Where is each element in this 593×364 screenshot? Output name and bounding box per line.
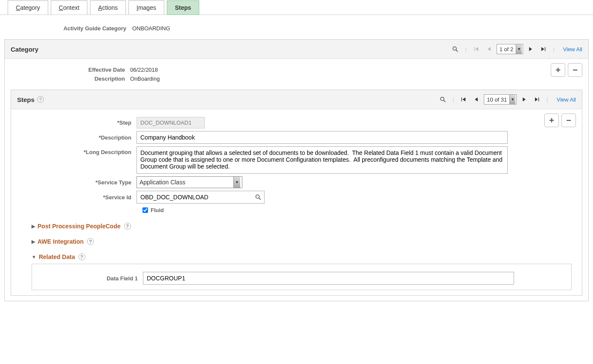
- activity-guide-category-label: Activity Guide Category: [0, 25, 132, 32]
- tab-steps-label: Steps: [175, 4, 191, 11]
- next-icon[interactable]: [525, 44, 536, 54]
- page-header: Activity Guide Category ONBOARDING: [0, 15, 593, 39]
- search-icon[interactable]: [437, 94, 448, 105]
- service-type-value: Application Class: [140, 179, 185, 186]
- svg-marker-13: [523, 97, 526, 101]
- service-id-lookup: [137, 191, 265, 204]
- tab-category[interactable]: Category: [8, 0, 48, 15]
- chevron-down-icon: ▼: [233, 177, 240, 188]
- service-id-label: *Service Id: [17, 194, 137, 201]
- nav-separator: |: [450, 96, 456, 103]
- svg-rect-15: [538, 97, 539, 101]
- svg-rect-7: [545, 47, 545, 51]
- help-icon[interactable]: ?: [124, 223, 131, 230]
- service-id-input[interactable]: [137, 191, 252, 203]
- search-icon[interactable]: [450, 44, 461, 54]
- category-section-title: Category: [11, 46, 38, 53]
- help-icon[interactable]: ?: [37, 96, 44, 103]
- tab-images[interactable]: Images: [128, 0, 164, 15]
- svg-marker-5: [529, 47, 532, 51]
- tab-category-label: Category: [16, 4, 40, 11]
- post-processing-header[interactable]: ▶ Post Processing PeopleCode ?: [32, 223, 576, 230]
- first-icon[interactable]: [471, 44, 482, 54]
- related-data-body: Data Field 1: [32, 264, 572, 290]
- svg-point-0: [453, 47, 456, 50]
- steps-nav: | 10 of 31 ▼: [437, 94, 576, 105]
- steps-section-title: Steps: [17, 96, 35, 103]
- effective-date-label: Effective Date: [11, 67, 130, 73]
- tab-actions[interactable]: Actions: [90, 0, 126, 15]
- nav-separator: |: [462, 46, 469, 52]
- svg-point-8: [441, 97, 444, 101]
- last-icon[interactable]: [531, 94, 542, 105]
- awe-integration-header[interactable]: ▶ AWE Integration ?: [32, 238, 576, 245]
- post-processing-label: Post Processing PeopleCode: [38, 223, 121, 230]
- svg-marker-11: [463, 97, 466, 101]
- tab-images-label: Images: [137, 4, 156, 11]
- related-data-header[interactable]: ▼ Related Data ?: [32, 253, 576, 260]
- step-label: *Step: [17, 119, 137, 126]
- long-description-input[interactable]: [137, 146, 508, 174]
- category-section: Category | 1 of 2 ▼ | View: [4, 39, 589, 301]
- category-pager-text: 1 of 2: [500, 46, 514, 52]
- category-section-body: + − Effective Date 06/22/2018 Descriptio…: [5, 59, 588, 301]
- category-section-header: Category | 1 of 2 ▼ | View: [5, 40, 588, 59]
- step-description-label: *Description: [17, 134, 137, 141]
- lookup-icon[interactable]: [252, 191, 264, 203]
- related-data-label: Related Data: [39, 253, 75, 260]
- activity-guide-category-value: ONBOARDING: [132, 25, 170, 32]
- fluid-label: Fluid: [151, 207, 164, 213]
- help-icon[interactable]: ?: [87, 238, 94, 245]
- expand-icon: ▶: [32, 239, 35, 245]
- steps-section-header: Steps ? | 10 of 31 ▼: [11, 90, 582, 109]
- description-label: Description: [11, 76, 130, 82]
- svg-marker-4: [488, 47, 491, 51]
- awe-integration-label: AWE Integration: [38, 238, 84, 245]
- data-field-1-input[interactable]: [143, 272, 514, 285]
- add-row-button[interactable]: +: [551, 63, 565, 77]
- expand-icon: ▶: [32, 224, 35, 229]
- view-all-link[interactable]: View All: [559, 46, 582, 52]
- tab-context-label: Context: [59, 4, 79, 11]
- category-nav: | 1 of 2 ▼ | View All: [450, 44, 582, 54]
- step-value: DOC_DOWNLOAD1: [137, 117, 205, 128]
- tab-context[interactable]: Context: [51, 0, 87, 15]
- tab-actions-label: Actions: [98, 4, 118, 11]
- tab-steps[interactable]: Steps: [167, 0, 199, 15]
- nav-separator: |: [550, 46, 557, 52]
- svg-line-1: [456, 50, 458, 52]
- svg-marker-14: [535, 97, 538, 101]
- svg-rect-2: [474, 47, 474, 51]
- steps-pager-select[interactable]: 10 of 31 ▼: [484, 94, 517, 105]
- chevron-down-icon: ▼: [516, 44, 522, 54]
- svg-marker-12: [475, 97, 478, 101]
- description-value: OnBoarding: [130, 76, 160, 82]
- view-all-link[interactable]: View All: [552, 96, 576, 103]
- next-icon[interactable]: [518, 94, 529, 105]
- last-icon[interactable]: [538, 44, 549, 54]
- fluid-checkbox[interactable]: [142, 207, 148, 213]
- effective-date-value: 06/22/2018: [130, 67, 158, 73]
- delete-row-button[interactable]: −: [561, 114, 576, 127]
- svg-marker-6: [541, 47, 544, 51]
- prev-icon[interactable]: [471, 94, 482, 105]
- long-description-label: *Long Description: [17, 146, 137, 155]
- help-icon[interactable]: ?: [78, 253, 85, 260]
- chevron-down-icon: ▼: [509, 95, 515, 104]
- tabs-bar: Category Context Actions Images Steps: [0, 0, 593, 15]
- steps-section: Steps ? | 10 of 31 ▼: [11, 90, 582, 296]
- add-row-button[interactable]: +: [544, 114, 559, 127]
- steps-pager-text: 10 of 31: [487, 96, 507, 103]
- delete-row-button[interactable]: −: [568, 63, 582, 77]
- collapse-icon: ▼: [32, 254, 36, 259]
- nav-separator: |: [544, 96, 550, 103]
- svg-point-16: [256, 195, 259, 198]
- step-description-input[interactable]: [137, 131, 508, 144]
- prev-icon[interactable]: [484, 44, 495, 54]
- category-pager-select[interactable]: 1 of 2 ▼: [497, 44, 523, 54]
- service-type-select[interactable]: Application Class ▼: [137, 176, 242, 188]
- svg-rect-10: [462, 97, 462, 101]
- first-icon[interactable]: [458, 94, 469, 105]
- data-field-1-label: Data Field 1: [38, 275, 143, 282]
- svg-line-17: [259, 198, 261, 200]
